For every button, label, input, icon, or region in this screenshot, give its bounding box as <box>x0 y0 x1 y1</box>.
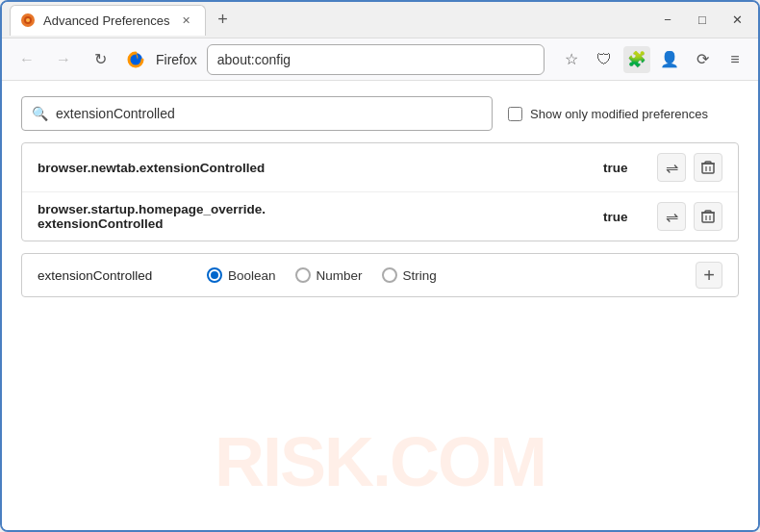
content-area: RISK.COM 🔍 Show only modified preference… <box>2 81 758 530</box>
browser-name: Firefox <box>156 52 197 67</box>
number-radio-label[interactable]: Number <box>295 267 363 283</box>
add-preference-row: extensionControlled Boolean Number Strin… <box>21 253 739 297</box>
svg-rect-8 <box>702 213 714 222</box>
title-bar: Advanced Preferences ✕ + − □ ✕ <box>2 2 758 38</box>
toggle-button-2[interactable]: ⇌ <box>657 202 686 231</box>
address-text: about:config <box>217 52 291 67</box>
number-radio[interactable] <box>295 267 311 283</box>
profile-icon[interactable]: 👤 <box>656 46 683 73</box>
search-container: 🔍 Show only modified preferences <box>21 96 739 131</box>
preferences-table: browser.newtab.extensionControlled true … <box>21 142 739 241</box>
address-bar[interactable]: about:config <box>207 44 545 75</box>
checkbox-label-text: Show only modified preferences <box>530 107 708 121</box>
string-label: String <box>403 268 437 283</box>
firefox-logo-icon <box>125 49 146 70</box>
delete-icon-1 <box>700 160 716 175</box>
watermark: RISK.COM <box>215 422 545 501</box>
sync-icon[interactable]: ⟳ <box>689 46 716 73</box>
modified-only-checkbox[interactable] <box>508 107 522 121</box>
string-radio[interactable] <box>382 267 397 283</box>
tab-favicon <box>20 13 36 28</box>
search-icon: 🔍 <box>32 106 48 121</box>
new-pref-name: extensionControlled <box>38 268 191 283</box>
nav-bar: ← → ↻ Firefox about:config ☆ 🛡 🧩 👤 ⟳ ≡ <box>2 38 758 81</box>
modified-only-checkbox-label[interactable]: Show only modified preferences <box>508 107 708 121</box>
add-preference-button[interactable]: + <box>696 262 722 289</box>
active-tab[interactable]: Advanced Preferences ✕ <box>10 5 206 36</box>
shield-icon[interactable]: 🛡 <box>591 46 618 73</box>
number-label: Number <box>317 268 363 283</box>
pref-actions-2: ⇌ <box>657 202 722 231</box>
nav-icons: ☆ 🛡 🧩 👤 ⟳ ≡ <box>558 46 748 73</box>
minimize-button[interactable]: − <box>654 7 681 34</box>
extensions-icon[interactable]: 🧩 <box>623 46 650 73</box>
svg-rect-4 <box>702 164 714 173</box>
browser-window: Advanced Preferences ✕ + − □ ✕ ← → ↻ Fir… <box>0 0 760 532</box>
back-button[interactable]: ← <box>12 44 42 75</box>
maximize-button[interactable]: □ <box>689 7 716 34</box>
delete-icon-2 <box>700 209 716 224</box>
bookmark-icon[interactable]: ☆ <box>558 46 585 73</box>
forward-button[interactable]: → <box>48 44 79 75</box>
boolean-label: Boolean <box>228 268 276 283</box>
table-row: browser.startup.homepage_override. exten… <box>22 192 738 241</box>
boolean-radio-label[interactable]: Boolean <box>207 267 276 283</box>
search-input-wrapper: 🔍 <box>21 96 493 131</box>
string-radio-label[interactable]: String <box>382 267 437 283</box>
search-input[interactable] <box>56 106 482 121</box>
pref-value-1: true <box>603 161 642 175</box>
delete-button-2[interactable] <box>694 202 722 231</box>
pref-value-2: true <box>603 210 642 224</box>
type-radio-group: Boolean Number String <box>207 267 680 283</box>
delete-button-1[interactable] <box>694 153 722 182</box>
window-controls: − □ ✕ <box>654 7 750 34</box>
tab-close-button[interactable]: ✕ <box>178 12 195 29</box>
tab-label: Advanced Preferences <box>43 13 170 28</box>
svg-point-2 <box>26 18 30 22</box>
pref-actions-1: ⇌ <box>657 153 722 182</box>
pref-name-2: browser.startup.homepage_override. exten… <box>38 202 603 231</box>
toggle-button-1[interactable]: ⇌ <box>657 153 686 182</box>
pref-name-1: browser.newtab.extensionControlled <box>38 161 603 175</box>
new-tab-button[interactable]: + <box>210 7 237 34</box>
close-button[interactable]: ✕ <box>723 7 750 34</box>
boolean-radio[interactable] <box>207 267 222 283</box>
reload-button[interactable]: ↻ <box>85 44 115 75</box>
table-row: browser.newtab.extensionControlled true … <box>22 143 738 192</box>
menu-icon[interactable]: ≡ <box>722 46 748 73</box>
